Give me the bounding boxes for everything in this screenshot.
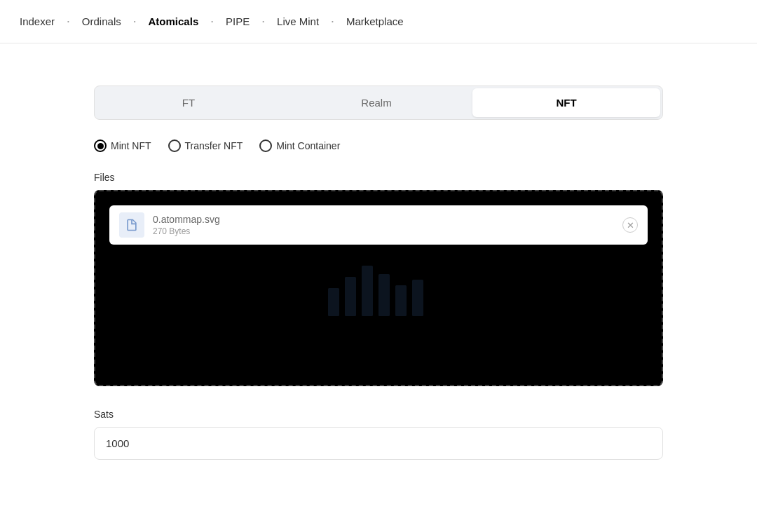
svg-rect-3 — [378, 274, 390, 316]
nav-dot-2: • — [134, 18, 136, 25]
nav-item-live-mint[interactable]: Live Mint — [274, 15, 322, 27]
main-content: FT Realm NFT Mint NFT Transfer NFT Mint … — [77, 43, 680, 488]
nav-item-pipe[interactable]: PIPE — [223, 15, 252, 27]
sats-input[interactable] — [94, 427, 663, 460]
nav-dot-5: • — [332, 18, 334, 25]
radio-mint-container[interactable]: Mint Container — [259, 139, 340, 152]
svg-rect-5 — [412, 280, 423, 316]
radio-group: Mint NFT Transfer NFT Mint Container — [94, 139, 663, 152]
file-size: 270 Bytes — [153, 226, 614, 236]
radio-mint-nft[interactable]: Mint NFT — [94, 139, 151, 152]
files-section: Files — [94, 172, 663, 386]
tab-ft[interactable]: FT — [95, 86, 282, 119]
radio-transfer-nft[interactable]: Transfer NFT — [168, 139, 243, 152]
close-icon: ✕ — [627, 220, 634, 231]
navbar: Indexer • Ordinals • Atomicals • PIPE • … — [0, 0, 757, 43]
radio-label-mint-nft: Mint NFT — [111, 140, 151, 151]
sats-section: Sats — [94, 409, 663, 460]
nav-dot-3: • — [211, 18, 213, 25]
file-item: 0.atommap.svg 270 Bytes ✕ — [109, 205, 648, 245]
nav-dot-4: • — [262, 18, 264, 25]
svg-rect-4 — [395, 285, 407, 316]
svg-rect-2 — [362, 266, 373, 316]
nav-item-atomicals[interactable]: Atomicals — [146, 15, 202, 27]
nav-item-indexer[interactable]: Indexer — [17, 15, 57, 27]
radio-circle-mint-nft — [94, 139, 107, 152]
file-info: 0.atommap.svg 270 Bytes — [153, 214, 614, 236]
file-remove-button[interactable]: ✕ — [622, 217, 638, 233]
tab-realm[interactable]: Realm — [282, 86, 470, 119]
sats-label: Sats — [94, 409, 663, 420]
nav-dot-1: • — [67, 18, 69, 25]
file-name: 0.atommap.svg — [153, 214, 614, 225]
svg-rect-0 — [328, 288, 339, 316]
tab-group: FT Realm NFT — [94, 86, 663, 120]
svg-rect-1 — [345, 277, 356, 316]
nav-item-marketplace[interactable]: Marketplace — [343, 15, 407, 27]
tab-nft[interactable]: NFT — [472, 88, 660, 117]
radio-circle-mint-container — [259, 139, 272, 152]
radio-circle-transfer-nft — [168, 139, 181, 152]
radio-label-mint-container: Mint Container — [276, 140, 340, 151]
file-drop-zone[interactable]: 0.atommap.svg 270 Bytes ✕ — [94, 190, 663, 386]
drop-zone-watermark — [322, 253, 435, 323]
nav-item-ordinals[interactable]: Ordinals — [79, 15, 124, 27]
file-type-icon — [119, 212, 144, 238]
radio-label-transfer-nft: Transfer NFT — [185, 140, 243, 151]
files-label: Files — [94, 172, 663, 183]
